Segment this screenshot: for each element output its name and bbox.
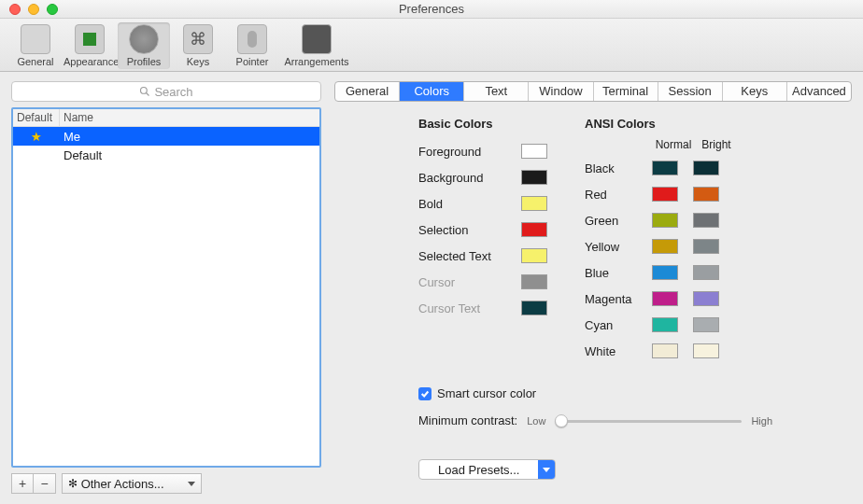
toolbar-general[interactable]: General [9,22,62,69]
tab-general[interactable]: General [335,82,400,101]
tab-colors[interactable]: Colors [400,82,464,101]
ansi-label: Green [585,214,652,228]
appearance-icon [75,24,105,54]
toolbar-arrangements[interactable]: Arrangements [280,22,353,69]
toolbar-arrangements-label: Arrangements [284,56,348,67]
ansi-row-black: Black [585,155,738,181]
other-actions-label: Other Actions... [81,477,164,491]
smart-cursor-row: Smart cursor color [418,386,835,400]
ansi-row-blue: Blue [585,259,738,286]
ansi-label: Red [585,188,652,202]
minimum-contrast-label: Minimum contrast: [418,413,517,427]
minimum-contrast-row: Minimum contrast: Low High [418,413,835,427]
profile-row-me[interactable]: ★ Me [13,127,319,146]
basic-color-label: Selection [418,223,521,237]
profiles-sidebar: Search Default Name ★ Me Default + − ✻ O… [11,81,321,494]
header-name: Name [60,109,319,126]
ansi-row-cyan: Cyan [585,312,738,338]
ansi-label: White [585,344,652,358]
colors-panel: Basic Colors ForegroundBackgroundBoldSel… [334,102,852,494]
ansi-label: Blue [585,266,652,280]
minimize-window-button[interactable] [28,4,39,15]
color-well-bold[interactable] [521,196,547,211]
svg-point-0 [141,88,148,94]
basic-color-row-selected-text: Selected Text [418,243,547,269]
ansi-row-green: Green [585,207,738,233]
contrast-low-label: Low [527,415,545,427]
smart-cursor-label: Smart cursor color [437,386,536,400]
basic-color-row-selection: Selection [418,217,547,243]
tab-terminal[interactable]: Terminal [594,82,658,101]
tab-keys[interactable]: Keys [723,82,787,101]
color-well-background[interactable] [521,170,547,185]
search-input[interactable]: Search [11,81,321,102]
toolbar-pointer[interactable]: Pointer [226,22,278,69]
ansi-normal-red[interactable] [652,187,678,202]
ansi-colors-header: ANSI Colors [585,117,738,131]
ansi-normal-black[interactable] [652,161,678,175]
profiles-bottom-bar: + − ✻ Other Actions... [11,473,321,494]
color-well-cursor[interactable] [521,274,547,289]
tab-session[interactable]: Session [658,82,723,101]
ansi-row-magenta: Magenta [585,286,738,312]
basic-color-row-bold: Bold [418,190,547,217]
profiles-list[interactable]: Default Name ★ Me Default [11,107,321,468]
color-well-selection[interactable] [521,222,547,237]
ansi-normal-green[interactable] [652,213,678,228]
basic-colors-column: Basic Colors ForegroundBackgroundBoldSel… [418,117,547,364]
zoom-window-button[interactable] [47,4,58,15]
toolbar-pointer-label: Pointer [236,56,269,67]
smart-cursor-checkbox[interactable] [418,387,432,400]
ansi-normal-cyan[interactable] [652,317,678,332]
other-actions-menu[interactable]: ✻ Other Actions... [62,473,202,494]
ansi-normal-header: Normal [652,138,695,151]
ansi-bright-header: Bright [695,138,738,151]
toolbar-keys-label: Keys [187,56,209,67]
ansi-normal-blue[interactable] [652,265,678,280]
profile-settings: General Colors Text Window Terminal Sess… [334,81,852,494]
ansi-label: Cyan [585,318,652,332]
toolbar-keys[interactable]: Keys [172,22,224,69]
search-placeholder: Search [154,85,192,99]
ansi-bright-magenta[interactable] [693,291,719,306]
ansi-bright-yellow[interactable] [693,239,719,254]
toolbar-appearance-label: Appearance [64,56,119,67]
color-well-foreground[interactable] [521,144,547,159]
ansi-label: Yellow [585,240,652,254]
traffic-lights [9,4,58,15]
load-presets-button[interactable]: Load Presets... [418,459,556,480]
ansi-normal-yellow[interactable] [652,239,678,254]
basic-color-row-cursor: Cursor [418,269,547,295]
color-well-cursor-text[interactable] [521,301,547,315]
load-presets-label: Load Presets... [419,463,538,477]
slider-thumb[interactable] [555,414,568,427]
slider-track [555,420,742,423]
ansi-normal-white[interactable] [652,343,678,358]
ansi-label: Black [585,161,652,175]
color-well-selected-text[interactable] [521,248,547,263]
ansi-bright-black[interactable] [693,161,719,175]
remove-profile-button[interactable]: − [34,473,56,494]
profile-row-default[interactable]: Default [13,146,319,164]
ansi-bright-red[interactable] [693,187,719,202]
toolbar-appearance[interactable]: Appearance [64,22,116,69]
minimum-contrast-slider[interactable] [555,414,742,427]
toolbar-profiles[interactable]: Profiles [118,22,170,69]
ansi-subheader: Normal Bright [585,138,738,151]
ansi-bright-cyan[interactable] [693,317,719,332]
tab-window[interactable]: Window [529,82,593,101]
profile-name: Default [60,148,319,162]
basic-color-row-cursor-text: Cursor Text [418,295,547,321]
basic-color-label: Cursor Text [418,301,521,315]
basic-color-row-foreground: Foreground [418,138,547,164]
close-window-button[interactable] [9,4,21,15]
add-profile-button[interactable]: + [11,473,34,494]
ansi-bright-white[interactable] [693,343,719,358]
ansi-bright-blue[interactable] [693,265,719,280]
ansi-normal-magenta[interactable] [652,291,678,306]
tab-text[interactable]: Text [464,82,529,101]
default-star-icon: ★ [31,130,42,144]
tab-advanced[interactable]: Advanced [787,82,851,101]
ansi-bright-green[interactable] [693,213,719,228]
basic-color-label: Foreground [418,145,521,159]
